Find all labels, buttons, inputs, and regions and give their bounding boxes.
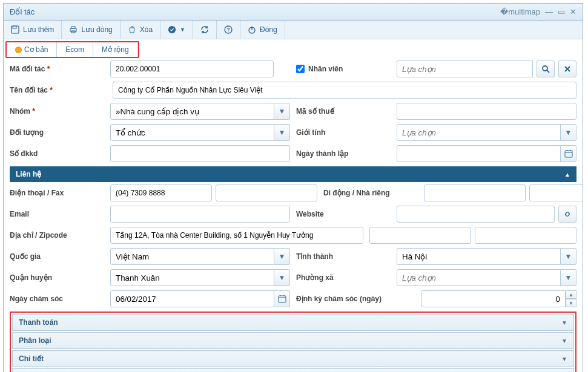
social-accordion[interactable]: Social▼ [12, 368, 574, 372]
svg-line-11 [547, 70, 549, 73]
ward-label: Phường xã [296, 273, 393, 282]
website-input[interactable] [397, 206, 555, 223]
delete-button[interactable]: Xóa [121, 21, 160, 39]
partner-code-input[interactable] [110, 60, 274, 77]
window-controls: �multimap — ▭ ✕ [500, 7, 576, 16]
ward-select [397, 269, 561, 286]
phone-fax-label: Điện thoại / Fax [10, 189, 107, 197]
tab-ecom[interactable]: Ecom [57, 42, 93, 57]
province-dropdown-button[interactable]: ▼ [561, 248, 576, 265]
district-select[interactable] [110, 269, 274, 286]
employee-clear-button[interactable] [558, 60, 576, 77]
founded-input[interactable] [397, 145, 561, 162]
care-interval-label: Định kỳ chăm sóc (ngày) [296, 295, 417, 303]
pin-icon[interactable]: �multimap [500, 7, 540, 16]
save-more-button[interactable]: Lưu thêm [4, 21, 62, 39]
entity-select[interactable] [110, 124, 274, 141]
partner-window: Đối tác �multimap — ▭ ✕ Lưu thêm Lưu đón… [3, 3, 583, 372]
trash-icon [128, 25, 136, 34]
employee-label: Nhân viên [308, 65, 343, 73]
zipcode-input-2[interactable] [475, 227, 576, 244]
email-input[interactable] [110, 206, 290, 223]
province-select[interactable] [397, 248, 561, 265]
partner-name-input[interactable] [113, 82, 576, 99]
ward-dropdown-button[interactable]: ▼ [561, 269, 576, 286]
website-link-button[interactable] [558, 206, 576, 223]
tab-extend[interactable]: Mở rộng [93, 42, 138, 57]
care-date-calendar-button[interactable] [274, 290, 290, 307]
group-label: Nhóm * [10, 107, 107, 116]
district-label: Quận huyện [10, 273, 107, 282]
home-phone-input[interactable] [529, 184, 583, 201]
titlebar: Đối tác �multimap — ▭ ✕ [4, 4, 583, 21]
country-select[interactable] [110, 248, 274, 265]
chevron-down-icon: ▼ [561, 338, 567, 344]
care-interval-input[interactable] [421, 290, 566, 307]
gender-select [397, 124, 561, 141]
check-circle-icon [168, 25, 176, 34]
group-dropdown-button[interactable]: ▼ [274, 103, 290, 120]
chevron-down-icon: ▼ [561, 319, 567, 326]
entity-label: Đối tượng [10, 128, 107, 137]
contact-section-header[interactable]: Liên hệ ▲ [10, 166, 576, 182]
zipcode-input[interactable] [369, 227, 471, 244]
country-dropdown-button[interactable]: ▼ [274, 248, 290, 265]
svg-point-10 [543, 66, 547, 71]
svg-rect-3 [71, 27, 75, 28]
fax-input[interactable] [216, 184, 317, 201]
founded-calendar-button[interactable] [561, 145, 576, 162]
close-icon[interactable]: ✕ [570, 7, 576, 16]
group-select[interactable] [110, 103, 274, 120]
print-icon [69, 25, 78, 34]
refresh-icon [200, 25, 209, 34]
svg-text:?: ? [226, 27, 230, 33]
chevron-down-icon: ▼ [561, 356, 567, 362]
website-label: Website [296, 210, 393, 218]
employee-checkbox[interactable] [296, 65, 305, 73]
tax-code-input[interactable] [397, 103, 576, 120]
detail-accordion[interactable]: Chi tiết▼ [12, 350, 574, 367]
tab-basic[interactable]: Cơ bản [7, 42, 57, 57]
entity-dropdown-button[interactable]: ▼ [274, 124, 290, 141]
tab-radio-icon [15, 47, 22, 53]
svg-rect-16 [279, 296, 286, 302]
collapse-icon: ▲ [564, 171, 570, 178]
help-icon: ? [224, 25, 233, 34]
power-icon [248, 25, 256, 34]
care-date-label: Ngày chăm sóc [10, 295, 107, 303]
district-dropdown-button[interactable]: ▼ [274, 269, 290, 286]
province-label: Tỉnh thành [296, 252, 393, 261]
partner-code-label: Mã đối tác * [10, 65, 107, 73]
payment-accordion[interactable]: Thanh toán▼ [12, 314, 574, 331]
reg-no-label: Số đkkd [10, 149, 107, 158]
phone-input[interactable] [110, 184, 212, 201]
approve-button[interactable]: ▼ [160, 21, 193, 39]
save-icon [11, 25, 19, 34]
minimize-icon[interactable]: — [545, 7, 553, 16]
gender-label: Giới tính [296, 128, 393, 137]
mobile-home-label: Di động / Nhà riêng [323, 189, 420, 197]
address-label: Địa chỉ / Zipcode [10, 231, 107, 240]
gender-dropdown-button[interactable]: ▼ [561, 124, 576, 141]
care-date-input[interactable] [110, 290, 274, 307]
reg-no-input[interactable] [110, 145, 290, 162]
country-label: Quốc gia [10, 252, 107, 261]
classify-accordion[interactable]: Phân loại▼ [12, 332, 574, 349]
accordion-group: Thanh toán▼ Phân loại▼ Chi tiết▼ Social▼ [10, 312, 576, 372]
employee-search-button[interactable] [537, 60, 555, 77]
close-button[interactable]: Đóng [240, 21, 285, 39]
maximize-icon[interactable]: ▭ [558, 7, 565, 16]
window-title: Đối tác [10, 7, 500, 16]
employee-select[interactable] [397, 60, 533, 77]
chevron-down-icon: ▼ [180, 27, 185, 33]
tax-code-label: Mã số thuế [296, 107, 393, 116]
spinner-up-button[interactable]: ▲ [566, 290, 576, 299]
save-close-button[interactable]: Lưu đóng [62, 21, 120, 39]
spinner-down-button[interactable]: ▼ [566, 299, 576, 307]
help-button[interactable]: ? [217, 21, 240, 39]
address-input[interactable] [110, 227, 363, 244]
form-body: Mã đối tác * Nhân viên Tên đối tác * [4, 58, 583, 372]
partner-name-label: Tên đối tác * [10, 86, 107, 94]
mobile-input[interactable] [424, 184, 526, 201]
refresh-button[interactable] [193, 21, 217, 39]
